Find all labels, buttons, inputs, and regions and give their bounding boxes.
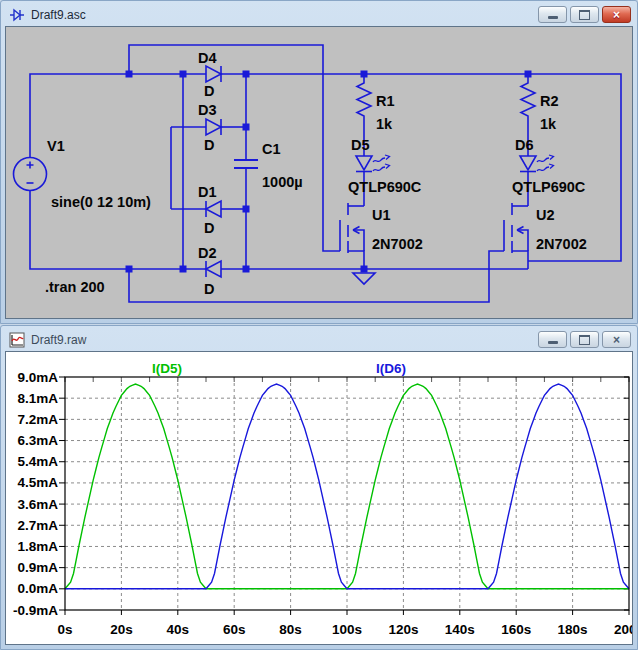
waveform-window[interactable]: Draft9.raw × I(D5)I(D6)9.0mA8.1mA7.2mA6.… [0,325,638,650]
label-u1[interactable]: U1 [372,207,391,223]
label-d3-value[interactable]: D [204,137,214,153]
y-axis-label: 4.5mA [17,475,58,490]
x-axis-label: 0s [57,622,72,637]
schematic-titlebar[interactable]: Draft9.asc × [5,1,633,26]
schematic-canvas[interactable]: V1 sine(0 12 10m) .tran 200 D4 D D3 D D1… [5,26,633,319]
diode-d2[interactable] [206,261,221,277]
y-axis-label: 0.9mA [17,560,58,575]
x-axis-label: 40s [167,622,190,637]
label-d6[interactable]: D6 [515,137,534,153]
minimize-icon [548,341,558,344]
y-axis-label: 1.8mA [17,539,58,554]
close-icon: × [613,334,620,346]
x-axis-label: 100s [332,622,362,637]
x-axis-label: 180s [558,622,588,637]
ground-symbol[interactable] [353,273,375,284]
label-d3[interactable]: D3 [198,102,217,118]
x-axis-label: 140s [445,622,475,637]
label-c1-value[interactable]: 1000µ [262,174,303,190]
label-d6-value[interactable]: QTLP690C [512,179,586,195]
y-axis-label: 3.6mA [17,497,58,512]
schematic-drawing[interactable]: V1 sine(0 12 10m) .tran 200 D4 D D3 D D1… [6,27,634,318]
diode-d1[interactable] [206,201,221,217]
y-axis-label: 2.7mA [17,518,58,533]
label-u2[interactable]: U2 [536,207,555,223]
waveform-plot-pane[interactable]: I(D5)I(D6)9.0mA8.1mA7.2mA6.3mA5.4mA4.5mA… [5,351,633,645]
label-u1-value[interactable]: 2N7002 [372,236,423,252]
label-d1-value[interactable]: D [204,220,214,236]
waveform-plot[interactable]: I(D5)I(D6)9.0mA8.1mA7.2mA6.3mA5.4mA4.5mA… [6,352,632,643]
x-axis-label: 160s [501,622,531,637]
y-axis-label: -0.9mA [13,603,58,618]
y-axis-label: 0.0mA [17,581,58,596]
label-d5[interactable]: D5 [351,137,370,153]
minimize-button[interactable] [538,6,567,23]
schematic-window[interactable]: Draft9.asc × [0,0,638,324]
label-d2-value[interactable]: D [204,281,214,297]
ltspice-schematic-icon [9,7,25,23]
y-axis-label: 8.1mA [17,391,58,406]
label-r2[interactable]: R2 [540,93,559,109]
label-u2-value[interactable]: 2N7002 [536,236,587,252]
label-d1[interactable]: D1 [198,184,217,200]
legend-trace-1[interactable]: I(D6) [376,361,406,376]
schematic-window-title: Draft9.asc [31,8,86,22]
maximize-icon [579,10,590,20]
legend-trace-0[interactable]: I(D5) [152,361,182,376]
label-d2[interactable]: D2 [198,245,217,261]
y-axis-label: 9.0mA [17,370,58,385]
label-r1[interactable]: R1 [376,93,395,109]
mosfet-u2[interactable] [504,203,528,269]
waveform-window-title: Draft9.raw [31,333,86,347]
y-axis-label: 7.2mA [17,412,58,427]
minimize-button[interactable] [538,331,567,348]
close-button[interactable]: × [602,331,631,348]
diode-d4[interactable] [206,66,221,82]
y-axis-label: 6.3mA [17,433,58,448]
voltage-source-v1[interactable] [14,158,47,191]
mosfet-u1[interactable] [340,203,364,269]
y-axis-label: 5.4mA [17,454,58,469]
label-c1[interactable]: C1 [262,141,281,157]
close-icon: × [613,9,620,21]
x-axis-label: 60s [223,622,246,637]
waveform-plot-icon [9,332,25,348]
schematic-labels: V1 sine(0 12 10m) .tran 200 D4 D D3 D D1… [45,50,587,297]
diode-d3[interactable] [206,119,221,135]
maximize-button[interactable] [570,6,599,23]
minimize-icon [548,16,558,19]
waveform-titlebar[interactable]: Draft9.raw × [5,326,633,351]
label-r1-value[interactable]: 1k [376,116,393,132]
wires[interactable] [30,45,621,302]
maximize-button[interactable] [570,331,599,348]
capacitor-c1[interactable] [234,160,258,168]
label-r2-value[interactable]: 1k [540,116,557,132]
close-button[interactable]: × [602,6,631,23]
x-axis-label: 20s [110,622,133,637]
x-axis-label: 80s [279,622,302,637]
maximize-icon [579,335,590,345]
label-d4[interactable]: D4 [198,50,217,66]
junction-dots [126,71,532,273]
label-d4-value[interactable]: D [204,83,214,99]
label-v1-value[interactable]: sine(0 12 10m) [51,194,151,210]
label-d5-value[interactable]: QTLP690C [348,179,422,195]
x-axis-label: 120s [388,622,418,637]
label-directive[interactable]: .tran 200 [45,279,105,295]
label-v1[interactable]: V1 [47,138,65,154]
x-axis-label: 200s [614,622,632,637]
